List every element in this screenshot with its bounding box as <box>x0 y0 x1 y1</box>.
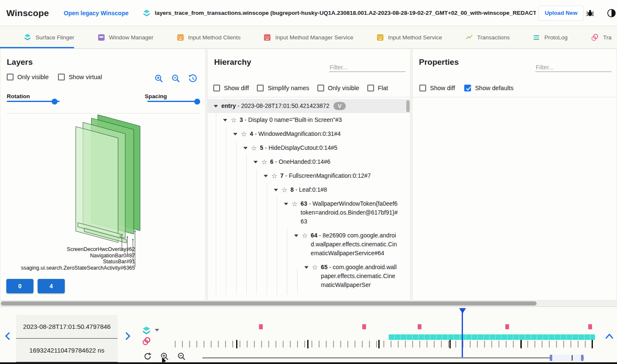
tree-node[interactable]: ☆ 7 - FullscreenMagnification:0:12#7 <box>208 169 410 183</box>
collapse-arrow-icon[interactable] <box>284 203 288 205</box>
show-diff-checkbox[interactable]: Show diff <box>419 85 455 91</box>
show-diff-checkbox[interactable]: Show diff <box>213 85 249 91</box>
checkbox-icon[interactable] <box>257 85 264 91</box>
tab-input-method-clients[interactable]: Input Method Clients <box>165 26 252 48</box>
tree-node-entry[interactable]: entry - 2023-08-28T17:01:50.421423872V <box>208 99 410 113</box>
timeline-cursor[interactable] <box>462 308 463 358</box>
tab-input-method-service[interactable]: Input Method Service <box>365 26 454 48</box>
zoom-out-icon[interactable] <box>171 74 181 83</box>
only-visible-checkbox[interactable]: Only visible <box>7 74 49 80</box>
only-visible-checkbox[interactable]: Only visible <box>317 85 359 91</box>
reset-view-icon[interactable] <box>188 74 198 83</box>
horizontal-scrollbar-thumb[interactable] <box>1 301 537 306</box>
checkbox-icon[interactable] <box>7 74 14 80</box>
simplify-names-checkbox[interactable]: Simplify names <box>257 85 309 91</box>
timeline-ruler[interactable] <box>175 341 595 347</box>
star-icon[interactable]: ☆ <box>261 157 267 166</box>
star-icon[interactable]: ☆ <box>231 116 237 124</box>
tab-window-manager[interactable]: Window Manager <box>86 26 165 48</box>
range-handle-left[interactable] <box>550 355 552 361</box>
tree-node[interactable]: ☆ 4 - WindowedMagnification:0:31#4 <box>208 127 410 141</box>
star-icon[interactable]: ☆ <box>271 171 277 180</box>
checkbox-icon[interactable] <box>367 85 374 91</box>
timestamp-human-input[interactable] <box>16 315 118 339</box>
hierarchy-filter-input[interactable] <box>329 63 405 72</box>
trace-marker[interactable] <box>588 324 592 329</box>
trace-bar[interactable] <box>388 334 595 340</box>
collapse-arrow-icon[interactable] <box>274 189 278 191</box>
checkbox-icon[interactable] <box>419 85 426 91</box>
rotation-slider[interactable] <box>7 101 60 102</box>
chart-line-icon <box>465 33 474 41</box>
collapse-arrow-icon[interactable] <box>243 147 248 149</box>
hierarchy-tree[interactable]: entry - 2023-08-28T17:01:50.421423872V ☆… <box>208 99 410 295</box>
open-legacy-link[interactable]: Open legacy Winscope <box>64 10 129 17</box>
display-4-button[interactable]: 4 <box>38 279 65 293</box>
horizontal-scrollbar[interactable] <box>0 301 617 306</box>
flat-checkbox[interactable]: Flat <box>367 85 388 91</box>
star-icon[interactable]: ☆ <box>251 143 257 152</box>
checkbox-checked-icon[interactable] <box>464 85 471 91</box>
tab-transactions[interactable]: Transactions <box>454 26 521 48</box>
tree-node[interactable]: ☆ 65 - com.google.android.wallpaper.effe… <box>208 260 410 292</box>
tab-transitions[interactable]: Tra <box>579 26 617 48</box>
timeline-range-track[interactable] <box>202 357 584 358</box>
tree-node[interactable]: ☆ 3 - Display 0 name="Built-in Screen"#3 <box>208 113 410 127</box>
tree-node[interactable]: ☆ 64 - 8e26909 com.google.android.wallpa… <box>208 229 410 260</box>
next-entry-button[interactable] <box>124 332 131 340</box>
upload-new-button[interactable]: Upload New <box>538 6 584 21</box>
collapse-arrow-icon[interactable] <box>223 119 227 121</box>
star-icon[interactable]: ☆ <box>281 185 287 194</box>
tree-node[interactable]: ☆ 63 - WallpaperWindowToken{fa0eef6 toke… <box>208 197 410 229</box>
tree-node[interactable]: ☆ 5 - HideDisplayCutout:0:14#5 <box>208 141 410 155</box>
trace-select-caret-icon[interactable] <box>155 329 159 331</box>
show-defaults-checkbox[interactable]: Show defaults <box>464 85 513 91</box>
spacing-slider-thumb[interactable] <box>194 99 200 105</box>
major-tick <box>378 340 380 348</box>
timeline-zoom-out-icon[interactable] <box>177 352 186 361</box>
show-virtual-checkbox[interactable]: Show virtual <box>58 74 102 80</box>
prev-entry-button[interactable] <box>4 332 12 340</box>
checkbox-icon[interactable] <box>317 85 324 91</box>
trace-marker[interactable] <box>259 324 263 329</box>
range-handle-right[interactable] <box>581 355 584 361</box>
checkbox-icon[interactable] <box>213 85 220 91</box>
layer-label[interactable]: ScreenDecorHwcOverlay#62 <box>6 246 135 253</box>
tree-node[interactable]: ☆ 8 - Leaf:0:1#8 <box>208 183 410 197</box>
tree-scrollbar[interactable] <box>406 100 410 112</box>
tab-protolog[interactable]: ProtoLog <box>521 26 579 48</box>
star-icon[interactable]: ☆ <box>302 231 308 240</box>
collapse-arrow-icon[interactable] <box>233 133 237 135</box>
dark-mode-toggle[interactable] <box>606 8 617 19</box>
refresh-icon[interactable] <box>143 352 152 361</box>
spacing-slider[interactable] <box>147 101 197 102</box>
star-icon[interactable]: ☆ <box>292 199 297 208</box>
layer-label[interactable]: NavigationBar0#87 <box>6 253 135 259</box>
trace-marker[interactable] <box>505 324 509 329</box>
collapse-timeline-icon[interactable] <box>605 333 614 340</box>
collapse-arrow-icon[interactable] <box>253 161 258 163</box>
display-0-button[interactable]: 0 <box>6 279 33 293</box>
collapse-arrow-icon[interactable] <box>264 175 268 177</box>
star-icon[interactable]: ☆ <box>312 263 318 272</box>
layer-label[interactable]: ssaging.ui.search.ZeroStateSearchActivit… <box>6 265 135 271</box>
properties-filter-input[interactable] <box>535 63 611 72</box>
timeline-range-selection[interactable] <box>550 355 584 361</box>
surface-flinger-trace-icon[interactable] <box>141 325 151 336</box>
collapse-arrow-icon[interactable] <box>294 234 298 237</box>
transitions-trace-icon[interactable] <box>141 336 151 346</box>
rotation-slider-thumb[interactable] <box>52 99 58 105</box>
star-icon[interactable]: ☆ <box>241 130 247 138</box>
collapse-arrow-icon[interactable] <box>304 266 308 269</box>
layer-label[interactable]: StatusBar#91 <box>6 259 135 265</box>
checkbox-icon[interactable] <box>58 74 65 80</box>
zoom-in-icon[interactable] <box>154 74 164 83</box>
tab-input-method-manager-service[interactable]: Input Method Manager Service <box>252 26 365 48</box>
tab-surface-flinger[interactable]: Surface Flinger <box>0 26 86 48</box>
trace-marker[interactable] <box>362 324 366 329</box>
collapse-arrow-icon[interactable] <box>214 105 218 108</box>
tree-node[interactable]: ☆ 6 - OneHanded:0:14#6 <box>208 155 410 169</box>
timestamp-ns-input[interactable] <box>16 339 118 362</box>
report-bug-button[interactable] <box>584 8 595 19</box>
trace-marker[interactable] <box>418 324 421 329</box>
